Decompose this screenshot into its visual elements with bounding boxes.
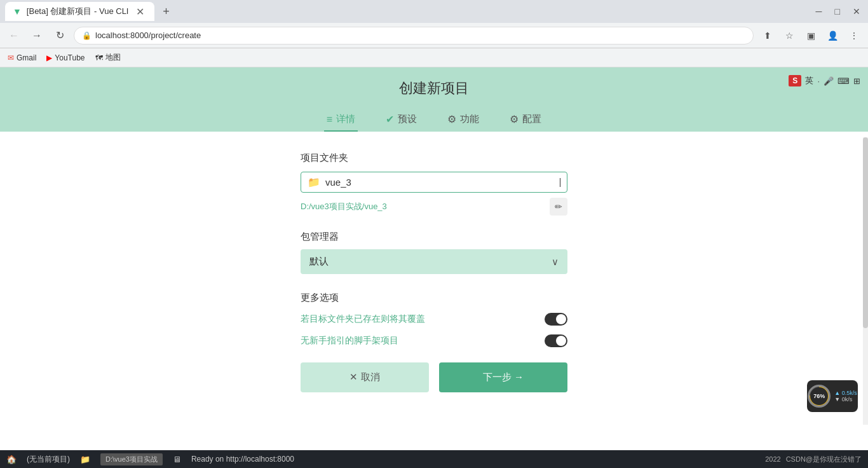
- maps-icon: 🗺: [95, 53, 103, 62]
- option-scaffold-label: 无新手指引的脚手架项目: [301, 335, 398, 347]
- ime-grid: ⊞: [853, 76, 860, 86]
- tab-preset-label: 预设: [398, 113, 417, 125]
- option-scaffold-row: 无新手指引的脚手架项目: [301, 334, 567, 347]
- bookmark-youtube[interactable]: ▶ YouTube: [46, 53, 85, 62]
- csdn-label: CSDN@是你现在没错了: [786, 455, 862, 464]
- project-folder-section: 项目文件夹 📁 vue_3 D:/vue3项目实战/vue_3 ✏: [301, 152, 567, 216]
- page-title: 创建新项目: [0, 79, 868, 98]
- more-options-label: 更多选项: [301, 292, 567, 304]
- profile-button[interactable]: 👤: [824, 27, 841, 45]
- address-bar[interactable]: 🔒 localhost:8000/project/create: [74, 27, 754, 45]
- close-button[interactable]: ✕: [850, 4, 863, 19]
- ime-keyboard: ⌨: [837, 76, 850, 86]
- minimize-button[interactable]: ─: [813, 4, 825, 19]
- ime-voice: 🎤: [824, 76, 834, 86]
- sidebar-button[interactable]: ▣: [802, 27, 820, 45]
- option-overwrite-row: 若目标文件夹已存在则将其覆盖: [301, 313, 567, 326]
- status-folder: D:\vue3项目实战: [100, 453, 163, 465]
- lock-icon: 🔒: [82, 31, 92, 40]
- browser-tab[interactable]: ▼ [Beta] 创建新项目 - Vue CLI ✕: [5, 2, 154, 21]
- gmail-icon: ✉: [8, 53, 14, 62]
- option-overwrite-toggle[interactable]: [545, 313, 567, 326]
- package-manager-select[interactable]: 默认 ∨: [301, 249, 567, 274]
- share-button[interactable]: ⬆: [759, 27, 776, 45]
- details-icon: ≡: [327, 114, 332, 125]
- folder-icon: 📁: [308, 176, 320, 188]
- main-content: 项目文件夹 📁 vue_3 D:/vue3项目实战/vue_3 ✏ 包管理器: [0, 132, 868, 438]
- status-bar: 🏠 (无当前项目) 📁 D:\vue3项目实战 🖥 Ready on http:…: [0, 450, 868, 468]
- button-row: ✕ 取消 下一步 →: [301, 362, 567, 392]
- folder-name-text: vue_3: [325, 177, 560, 188]
- datetime-label: 2022: [765, 455, 780, 463]
- tab-details-label: 详情: [336, 113, 355, 125]
- reload-button[interactable]: ↻: [51, 27, 69, 45]
- bookmark-gmail-label: Gmail: [17, 53, 36, 62]
- speed-info: ▲ 0.5k/s ▼ 0k/s: [834, 390, 857, 403]
- preset-icon: ✔: [386, 113, 394, 125]
- scrollbar-track: [863, 137, 868, 425]
- bookmark-youtube-label: YouTube: [55, 53, 85, 62]
- bookmark-maps[interactable]: 🗺 地图: [95, 52, 121, 63]
- package-manager-value: 默认: [309, 256, 329, 268]
- scrollbar-thumb[interactable]: [863, 137, 868, 328]
- config-icon: ⚙: [510, 113, 519, 125]
- cancel-button[interactable]: ✕ 取消: [301, 362, 429, 392]
- terminal-icon: 🖥: [173, 455, 181, 464]
- speed-widget: 76% ▲ 0.5k/s ▼ 0k/s: [807, 380, 858, 412]
- tab-title: [Beta] 创建新项目 - Vue CLI: [27, 6, 129, 17]
- option-scaffold-toggle[interactable]: [545, 334, 567, 347]
- tab-config-label: 配置: [522, 113, 541, 125]
- package-manager-section: 包管理器 默认 ∨: [301, 231, 567, 274]
- nav-tabs: ≡ 详情 ✔ 预设 ⚙ 功能 ⚙ 配置: [0, 108, 868, 132]
- tab-features[interactable]: ⚙ 功能: [445, 108, 482, 132]
- terminal-status: Ready on http://localhost:8000: [191, 455, 294, 464]
- window-controls: ─ □ ✕: [813, 4, 863, 19]
- speed-circle: 76%: [808, 385, 831, 408]
- project-folder-input[interactable]: 📁 vue_3: [301, 172, 567, 193]
- forward-button[interactable]: →: [28, 27, 46, 45]
- url-text: localhost:8000/project/create: [95, 31, 201, 40]
- tab-config[interactable]: ⚙ 配置: [507, 108, 544, 132]
- page-content: 创建新项目 S 英 · 🎤 ⌨ ⊞ ≡ 详情 ✔ 预设: [0, 67, 868, 450]
- status-left: 🏠 (无当前项目) 📁 D:\vue3项目实战 🖥 Ready on http:…: [6, 453, 294, 465]
- cancel-label: ✕ 取消: [349, 371, 379, 383]
- no-project-label: (无当前项目): [27, 454, 70, 465]
- more-options-section: 更多选项 若目标文件夹已存在则将其覆盖 无新手指引的脚手架项目: [301, 292, 567, 347]
- tab-details[interactable]: ≡ 详情: [324, 108, 358, 132]
- tab-favicon: ▼: [13, 6, 22, 17]
- project-folder-label: 项目文件夹: [301, 152, 567, 164]
- back-button: ←: [5, 27, 23, 45]
- app-header: 创建新项目 S 英 · 🎤 ⌨ ⊞ ≡ 详情 ✔ 预设: [0, 67, 868, 132]
- menu-button[interactable]: ⋮: [845, 27, 863, 45]
- status-right: 2022 CSDN@是你现在没错了: [765, 455, 862, 464]
- youtube-icon: ▶: [46, 53, 52, 62]
- ime-icon: S: [789, 75, 801, 86]
- form-container: 项目文件夹 📁 vue_3 D:/vue3项目实战/vue_3 ✏ 包管理器: [301, 152, 567, 418]
- nav-actions: ⬆ ☆ ▣ 👤 ⋮: [759, 27, 863, 45]
- bookmarks-bar: ✉ Gmail ▶ YouTube 🗺 地图: [0, 48, 868, 67]
- chevron-down-icon: ∨: [552, 256, 559, 268]
- maximize-button[interactable]: □: [832, 4, 843, 19]
- features-icon: ⚙: [447, 113, 456, 125]
- ime-toolbar: S 英 · 🎤 ⌨ ⊞: [789, 75, 860, 86]
- text-cursor: [560, 178, 560, 187]
- tab-features-label: 功能: [460, 113, 479, 125]
- package-manager-label: 包管理器: [301, 231, 567, 243]
- ime-dot: ·: [817, 76, 820, 86]
- ime-label: 英: [805, 75, 813, 86]
- tab-close-button[interactable]: ✕: [133, 4, 147, 19]
- tab-bar: ▼ [Beta] 创建新项目 - Vue CLI ✕ +: [5, 2, 813, 21]
- next-label: 下一步 →: [483, 371, 524, 383]
- next-button[interactable]: 下一步 →: [439, 362, 567, 392]
- nav-bar: ← → ↻ 🔒 localhost:8000/project/create ⬆ …: [0, 23, 868, 48]
- folder-path-row: D:/vue3项目实战/vue_3 ✏: [301, 198, 567, 216]
- edit-path-button[interactable]: ✏: [550, 198, 567, 216]
- option-overwrite-label: 若目标文件夹已存在则将其覆盖: [301, 313, 425, 325]
- new-tab-button[interactable]: +: [157, 3, 175, 20]
- upload-speed: ▲ 0.5k/s: [834, 390, 857, 396]
- bookmark-button[interactable]: ☆: [780, 27, 798, 45]
- home-icon: 🏠: [6, 455, 17, 464]
- bookmark-maps-label: 地图: [105, 52, 121, 63]
- tab-preset[interactable]: ✔ 预设: [383, 108, 419, 132]
- bookmark-gmail[interactable]: ✉ Gmail: [8, 53, 36, 62]
